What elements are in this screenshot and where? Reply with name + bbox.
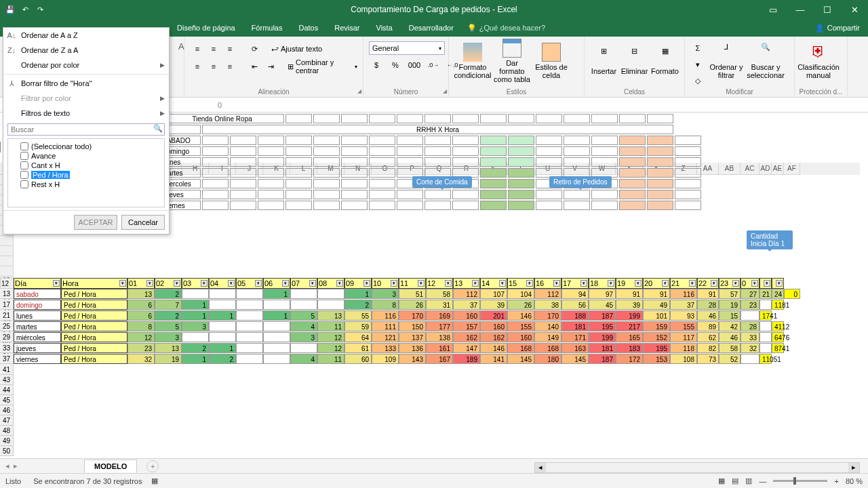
macro-record-icon[interactable]: ▦	[151, 476, 158, 485]
sort-color-item[interactable]: Ordenar por color▶	[3, 58, 169, 73]
filter-dropdown-icon[interactable]: ▾	[662, 280, 669, 287]
thousands-icon[interactable]: 000	[407, 58, 422, 73]
filter-value-checkbox[interactable]	[20, 161, 28, 169]
filter-value-checkbox[interactable]	[20, 152, 28, 160]
filter-dropdown-icon[interactable]: ▾	[499, 280, 506, 287]
align-right-icon[interactable]: ≡	[222, 59, 237, 74]
filter-dropdown-icon[interactable]: ▾	[472, 280, 479, 287]
save-icon[interactable]: 💾	[4, 3, 16, 16]
indent-inc-icon[interactable]: ⇥	[263, 59, 278, 74]
percent-icon[interactable]: %	[388, 58, 403, 73]
filter-cancel-button[interactable]: Cancelar	[121, 215, 165, 230]
filter-dropdown-icon[interactable]: ▾	[608, 280, 614, 287]
number-format-select[interactable]: General	[372, 44, 399, 52]
filter-value-item[interactable]: Ped / Hora	[11, 170, 161, 180]
filter-dropdown-icon[interactable]: ▾	[689, 280, 696, 287]
filter-dropdown-icon[interactable]: ▾	[363, 280, 370, 287]
filter-dropdown-icon[interactable]: ▾	[391, 280, 397, 287]
zoom-out-button[interactable]: —	[759, 477, 766, 485]
filter-value-checkbox[interactable]	[20, 171, 28, 179]
filter-dropdown-icon[interactable]: ▾	[418, 280, 425, 287]
insert-cells-button[interactable]: ⊞Insertar	[590, 39, 618, 83]
currency-icon[interactable]: $	[369, 58, 384, 73]
filter-value-item[interactable]: Avance	[11, 151, 161, 161]
merge-button[interactable]: Combinar y centrar	[296, 58, 353, 75]
close-button[interactable]: ✕	[841, 0, 868, 19]
new-sheet-button[interactable]: +	[146, 460, 159, 472]
align-bot-icon[interactable]: ≡	[222, 41, 237, 56]
filter-dropdown-icon[interactable]: ▾	[174, 280, 180, 287]
redo-icon[interactable]: ↷	[34, 3, 46, 16]
filter-value-checkbox[interactable]	[20, 180, 28, 188]
align-left-icon[interactable]: ≡	[190, 59, 205, 74]
zoom-slider[interactable]	[773, 480, 827, 482]
zoom-in-button[interactable]: +	[834, 477, 838, 485]
share-button[interactable]: 👤 Compartir	[807, 21, 868, 35]
clear-filter-item[interactable]: ⅄Borrar filtro de "Hora"	[3, 76, 169, 91]
cell-styles-button[interactable]: Estilos de celda	[533, 39, 570, 83]
clear-icon[interactable]: ◇	[690, 73, 705, 88]
delete-cells-button[interactable]: ⊟Eliminar	[620, 39, 648, 83]
filter-dropdown-icon[interactable]: ▾	[732, 280, 739, 287]
filter-dropdown-icon[interactable]: ▾	[146, 280, 153, 287]
sort-filter-button[interactable]: ⅃Ordenar y filtrar	[708, 39, 745, 83]
conditional-format-button[interactable]: Formato condicional	[454, 39, 491, 83]
sheet-nav-first-icon[interactable]: ◂	[5, 462, 9, 470]
formula-input[interactable]: 0	[214, 101, 226, 109]
sort-desc-item[interactable]: Z↓Ordenar de Z a A	[3, 43, 169, 58]
minimize-button[interactable]: —	[787, 0, 814, 19]
filter-search-input[interactable]	[8, 124, 152, 135]
filter-value-checkbox[interactable]	[20, 142, 28, 150]
zoom-level[interactable]: 80 %	[846, 477, 863, 485]
view-pagebreak-icon[interactable]: ▥	[745, 476, 752, 485]
filter-dropdown-icon[interactable]: ▾	[635, 280, 642, 287]
autosum-icon[interactable]: Σ	[690, 41, 705, 56]
filter-dropdown-icon[interactable]: ▾	[282, 280, 289, 287]
tab-data[interactable]: Datos	[290, 21, 326, 35]
tab-view[interactable]: Vista	[368, 21, 401, 35]
filter-dropdown-icon[interactable]: ▾	[711, 280, 717, 287]
sheet-nav-last-icon[interactable]: ▸	[14, 462, 18, 470]
format-cells-button[interactable]: ▦Formato	[651, 39, 679, 83]
tab-developer[interactable]: Desarrollador	[401, 21, 462, 35]
filter-value-item[interactable]: (Seleccionar todo)	[11, 142, 161, 151]
filter-dropdown-icon[interactable]: ▾	[445, 280, 452, 287]
sort-asc-item[interactable]: A↓Ordenar de A a Z	[3, 28, 169, 43]
filter-value-item[interactable]: Rest x H	[11, 180, 161, 189]
tab-review[interactable]: Revisar	[326, 21, 368, 35]
filter-dropdown-icon[interactable]: ▾	[526, 280, 533, 287]
align-mid-icon[interactable]: ≡	[206, 41, 221, 56]
tab-formulas[interactable]: Fórmulas	[243, 21, 291, 35]
view-layout-icon[interactable]: ▤	[732, 476, 738, 485]
wrap-text-button[interactable]: Ajustar texto	[281, 45, 322, 53]
sheet-tab-modelo[interactable]: MODELO	[84, 460, 137, 472]
undo-icon[interactable]: ↶	[19, 3, 31, 16]
inc-decimal-icon[interactable]: .0→	[426, 58, 441, 73]
fill-icon[interactable]: ▾	[690, 57, 705, 72]
filter-text-item[interactable]: Filtros de texto▶	[3, 106, 169, 121]
filter-dropdown-icon[interactable]: ▾	[309, 280, 316, 287]
maximize-button[interactable]: ☐	[814, 0, 841, 19]
orientation-icon[interactable]: ⟳	[247, 41, 262, 56]
filter-dropdown-icon[interactable]: ▾	[764, 280, 770, 287]
filter-dropdown-icon[interactable]: ▾	[119, 280, 126, 287]
indent-dec-icon[interactable]: ⇤	[247, 59, 262, 74]
filter-dropdown-icon[interactable]: ▾	[201, 280, 208, 287]
ribbon-options-icon[interactable]: ▭	[760, 0, 787, 19]
select-current-check[interactable]: ✓	[0, 142, 1, 152]
tell-me[interactable]: 💡 ¿Qué desea hacer?	[467, 24, 545, 33]
filter-value-item[interactable]: Cant x H	[11, 161, 161, 170]
find-select-button[interactable]: 🔍Buscar y seleccionar	[747, 39, 784, 83]
filter-dropdown-icon[interactable]: ▾	[776, 280, 783, 287]
filter-dropdown-icon[interactable]: ▾	[336, 280, 343, 287]
filter-dropdown-icon[interactable]: ▾	[553, 280, 560, 287]
tab-pagelayout[interactable]: Diseño de página	[169, 21, 243, 35]
filter-dropdown-icon[interactable]: ▾	[580, 280, 587, 287]
filter-dropdown-icon[interactable]: ▾	[53, 280, 60, 287]
filter-dropdown-icon[interactable]: ▾	[255, 280, 262, 287]
filter-values-tree[interactable]: (Seleccionar todo)AvanceCant x HPed / Ho…	[7, 138, 165, 207]
filter-search[interactable]: 🔍	[7, 123, 165, 136]
filter-dropdown-icon[interactable]: ▾	[228, 280, 235, 287]
view-normal-icon[interactable]: ▦	[718, 476, 725, 485]
align-top-icon[interactable]: ≡	[190, 41, 205, 56]
